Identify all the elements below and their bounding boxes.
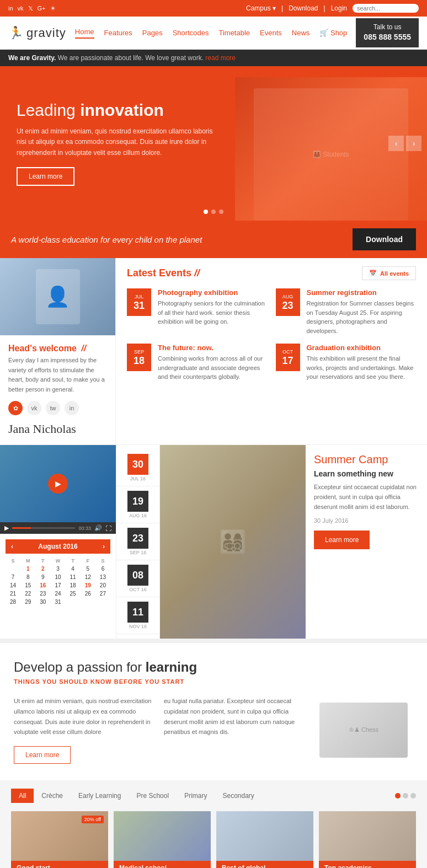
nav-news[interactable]: News bbox=[292, 29, 310, 37]
principal-vk[interactable]: vk bbox=[27, 401, 41, 415]
cal-day-10[interactable]: 10 bbox=[50, 573, 65, 581]
course-tabs: All Crèche Early Learning Pre School Pri… bbox=[11, 789, 416, 803]
cal-day-15[interactable]: 15 bbox=[20, 581, 35, 590]
nav-events[interactable]: Events bbox=[260, 29, 282, 37]
passion-text-left: Ut enim ad minim veniam, quis nostrud ex… bbox=[14, 696, 153, 764]
gplus-icon[interactable]: G+ bbox=[38, 5, 46, 12]
nav-timetable[interactable]: Timetable bbox=[218, 29, 250, 37]
camp-desc: Excepteur sint occaecat cupidatat non pr… bbox=[314, 483, 419, 512]
vk-icon[interactable]: vk bbox=[18, 5, 24, 12]
cal-day-1[interactable]: 1 bbox=[20, 565, 35, 573]
nav-shop[interactable]: 🛒 Shop bbox=[319, 29, 347, 37]
cal-day-12[interactable]: 12 bbox=[81, 573, 95, 581]
tab-early-learning[interactable]: Early Learning bbox=[71, 789, 129, 803]
cal-day-8[interactable]: 8 bbox=[20, 573, 35, 581]
heads-welcome: Head's welcome // Every day I am impress… bbox=[0, 335, 115, 444]
dot-1[interactable] bbox=[204, 210, 208, 214]
camp-image: 👨‍👩‍👧‍👦 Meet new friends bbox=[160, 445, 306, 639]
banner-strong: We are Gravity. bbox=[8, 54, 56, 62]
nav-sep: | bbox=[281, 4, 283, 12]
cal-day-16[interactable]: 16 bbox=[35, 581, 50, 590]
cal-day-14[interactable]: 14 bbox=[6, 581, 20, 590]
calendar-next[interactable]: › bbox=[103, 543, 105, 550]
cal-day-24[interactable]: 24 bbox=[50, 590, 65, 598]
events-section-title: Latest Events // 📅 All events bbox=[127, 266, 416, 280]
course-card-img-2 bbox=[114, 811, 211, 861]
tab-all[interactable]: All bbox=[11, 789, 34, 803]
timeline-date-1: 30 bbox=[127, 454, 148, 475]
tab-dot-3[interactable] bbox=[410, 793, 416, 799]
tab-dot-1[interactable] bbox=[395, 793, 401, 799]
event-date-1: JUL 31 bbox=[127, 288, 151, 316]
download-button[interactable]: Download bbox=[353, 228, 416, 250]
banner-readmore[interactable]: read more bbox=[205, 54, 236, 62]
principal-social-links: ✿ vk tw in bbox=[8, 401, 107, 415]
tab-secondary[interactable]: Secondary bbox=[215, 789, 261, 803]
cal-day-19[interactable]: 19 bbox=[81, 581, 95, 590]
cal-day-17[interactable]: 17 bbox=[50, 581, 65, 590]
cal-day-22[interactable]: 22 bbox=[20, 590, 35, 598]
cal-day-31[interactable]: 31 bbox=[50, 598, 65, 606]
tab-pre-school[interactable]: Pre School bbox=[129, 789, 177, 803]
search-input[interactable] bbox=[353, 4, 419, 13]
cal-day-9[interactable]: 9 bbox=[35, 573, 50, 581]
passion-learn-more-button[interactable]: Learn more bbox=[14, 746, 71, 764]
campus-link[interactable]: Campus ▾ bbox=[246, 4, 276, 12]
download-link[interactable]: Download bbox=[289, 4, 318, 12]
slider-next[interactable]: › bbox=[406, 136, 421, 151]
calendar-prev[interactable]: ‹ bbox=[11, 543, 13, 550]
nav-pages[interactable]: Pages bbox=[142, 29, 163, 37]
cal-day-7[interactable]: 7 bbox=[6, 573, 20, 581]
play-icon[interactable]: ▶ bbox=[4, 524, 9, 532]
principal-social-1[interactable]: ✿ bbox=[8, 401, 23, 415]
cal-day-23[interactable]: 23 bbox=[35, 590, 50, 598]
dot-2[interactable] bbox=[211, 210, 216, 214]
cal-day-28[interactable]: 28 bbox=[6, 598, 20, 606]
play-button[interactable]: ▶ bbox=[48, 474, 68, 494]
dot-3[interactable] bbox=[219, 210, 223, 214]
cal-day-25[interactable]: 25 bbox=[66, 590, 81, 598]
hero-slider: Leading innovation Ut enim ad minim veni… bbox=[0, 66, 427, 221]
camp-learn-more-button[interactable]: Learn more bbox=[314, 531, 370, 549]
cal-day-27[interactable]: 27 bbox=[95, 590, 110, 598]
cal-day-20[interactable]: 20 bbox=[95, 581, 110, 590]
tab-dot-2[interactable] bbox=[403, 793, 408, 799]
cal-day-3[interactable]: 3 bbox=[50, 565, 65, 573]
tab-creche[interactable]: Crèche bbox=[34, 789, 71, 803]
top-bar-right: Campus ▾ | Download | Login bbox=[246, 4, 419, 13]
cal-day-29[interactable]: 29 bbox=[20, 598, 35, 606]
volume-icon[interactable]: 🔊 bbox=[94, 524, 102, 532]
twitter-icon[interactable]: 𝕏 bbox=[28, 5, 33, 12]
nav-shortcodes[interactable]: Shortcodes bbox=[173, 29, 209, 37]
instagram-icon[interactable]: ☀ bbox=[50, 5, 56, 12]
linkedin-icon[interactable]: in bbox=[8, 5, 13, 12]
hero-learn-more-button[interactable]: Learn more bbox=[17, 167, 74, 186]
nav-features[interactable]: Features bbox=[104, 29, 132, 37]
video-thumbnail: ▶ bbox=[0, 445, 116, 522]
principal-linkedin[interactable]: in bbox=[65, 401, 79, 415]
event-desc-2: Registration for Summer classes begins o… bbox=[307, 299, 417, 335]
cal-day-2[interactable]: 2 bbox=[35, 565, 50, 573]
fullscreen-icon[interactable]: ⛶ bbox=[105, 525, 111, 532]
tab-primary[interactable]: Primary bbox=[177, 789, 215, 803]
cal-day-26[interactable]: 26 bbox=[81, 590, 95, 598]
camp-title: Summer Camp bbox=[314, 453, 419, 466]
slider-prev[interactable]: ‹ bbox=[388, 136, 404, 151]
cta-label: Talk to us bbox=[364, 23, 411, 32]
cal-day-13[interactable]: 13 bbox=[95, 573, 110, 581]
cal-empty-1 bbox=[66, 598, 81, 606]
cal-day-21[interactable]: 21 bbox=[6, 590, 20, 598]
slider-dots bbox=[204, 210, 223, 214]
cal-day[interactable] bbox=[6, 565, 20, 573]
cal-day-30[interactable]: 30 bbox=[35, 598, 50, 606]
login-link[interactable]: Login bbox=[331, 4, 347, 12]
social-icons: in vk 𝕏 G+ ☀ bbox=[8, 5, 56, 12]
all-events-button[interactable]: 📅 All events bbox=[362, 266, 416, 280]
principal-twitter[interactable]: tw bbox=[46, 401, 60, 415]
cal-day-4[interactable]: 4 bbox=[66, 565, 81, 573]
cal-day-11[interactable]: 11 bbox=[66, 573, 81, 581]
nav-home[interactable]: Home bbox=[75, 28, 94, 39]
cal-day-6[interactable]: 6 bbox=[95, 565, 110, 573]
cal-day-5[interactable]: 5 bbox=[81, 565, 95, 573]
cal-day-18[interactable]: 18 bbox=[66, 581, 81, 590]
